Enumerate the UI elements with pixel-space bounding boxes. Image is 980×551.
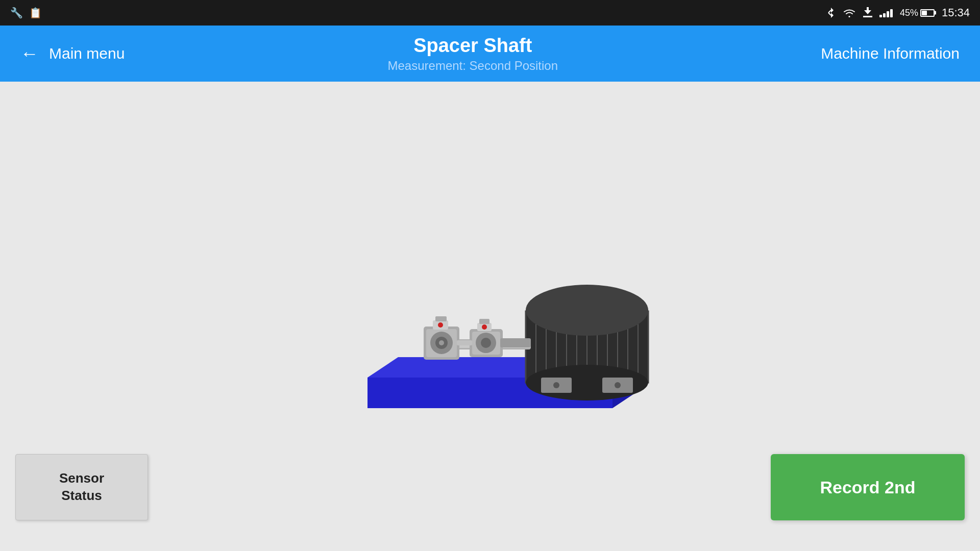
wifi-icon <box>843 8 856 18</box>
status-bar: 🔧 📋 45% <box>0 0 980 26</box>
time-display: 15:34 <box>942 6 970 19</box>
bluetooth-icon <box>826 7 836 19</box>
svg-rect-46 <box>500 338 531 347</box>
sensor-status-button[interactable]: Sensor Status <box>15 454 148 520</box>
svg-line-0 <box>828 10 831 13</box>
main-menu-label: Main menu <box>49 45 125 62</box>
svg-point-27 <box>615 382 621 388</box>
svg-rect-44 <box>479 319 489 324</box>
svg-rect-4 <box>863 16 872 17</box>
record-2nd-button[interactable]: Record 2nd <box>771 454 965 520</box>
machine-information-button[interactable]: Machine Information <box>821 45 960 62</box>
sensor-status-label: Sensor Status <box>59 470 104 505</box>
nav-center: Spacer Shaft Measurement: Second Positio… <box>388 35 558 73</box>
page-title: Spacer Shaft <box>388 35 558 57</box>
status-bar-right: 45% 15:34 <box>826 6 970 19</box>
svg-rect-45 <box>457 340 472 345</box>
battery-icon <box>920 9 935 17</box>
svg-rect-37 <box>435 316 447 321</box>
svg-point-34 <box>439 340 444 345</box>
battery-percent: 45% <box>900 8 918 18</box>
svg-point-43 <box>482 324 487 330</box>
signal-bars <box>879 8 893 17</box>
download-icon <box>863 7 872 18</box>
battery-container: 45% <box>900 8 935 18</box>
svg-point-41 <box>481 338 491 348</box>
svg-rect-3 <box>867 7 869 11</box>
wrench-icon: 🔧 <box>10 7 23 19</box>
record-2nd-label: Record 2nd <box>820 478 915 497</box>
status-bar-left: 🔧 📋 <box>10 7 42 19</box>
back-arrow-icon: ← <box>20 43 39 64</box>
main-content: Sensor Status Record 2nd <box>0 82 980 551</box>
svg-point-26 <box>553 382 559 388</box>
page-subtitle: Measurement: Second Position <box>388 59 558 73</box>
nav-back-button[interactable]: ← Main menu <box>20 43 125 64</box>
nav-bar: ← Main menu Spacer Shaft Measurement: Se… <box>0 26 980 82</box>
svg-line-1 <box>828 13 831 15</box>
svg-point-36 <box>438 322 443 328</box>
svg-point-23 <box>526 285 648 336</box>
clipboard-icon: 📋 <box>29 7 42 19</box>
machine-illustration <box>311 168 669 464</box>
